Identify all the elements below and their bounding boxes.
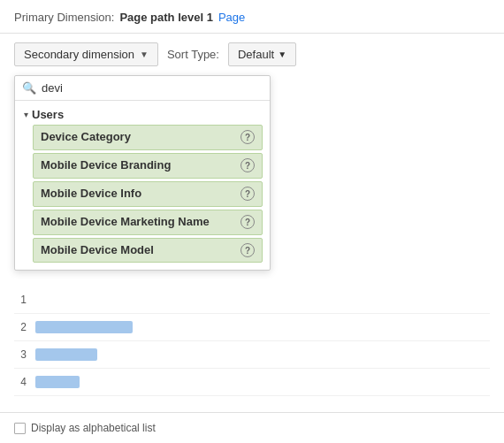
sort-type-value: Default <box>238 48 274 61</box>
primary-dimension-label: Primary Dimension: <box>14 11 114 24</box>
row-number: 3 <box>14 348 27 361</box>
table-row: 1 <box>14 286 490 314</box>
help-icon[interactable]: ? <box>241 215 255 229</box>
row-number: 1 <box>14 294 27 306</box>
help-icon[interactable]: ? <box>241 130 255 144</box>
sort-type-button[interactable]: Default ▼ <box>228 42 296 66</box>
help-icon[interactable]: ? <box>241 158 255 172</box>
menu-item-device-category[interactable]: Device Category ? <box>33 125 263 150</box>
table-row: 3 <box>14 341 490 369</box>
menu-item-label: Mobile Device Marketing Name <box>41 215 241 230</box>
primary-dimension-link[interactable]: Page <box>218 11 245 24</box>
menu-item-mobile-device-branding[interactable]: Mobile Device Branding ? <box>33 153 263 179</box>
sort-type-arrow-icon: ▼ <box>278 50 286 59</box>
menu-items-list: Device Category ? Mobile Device Branding… <box>15 125 270 270</box>
dropdown-panel: 🔍 ▾ Users Device Category ? Mobile Devic… <box>14 75 271 271</box>
table-row: 2 <box>14 314 490 341</box>
search-icon: 🔍 <box>22 81 36 95</box>
alphabetical-list-checkbox[interactable] <box>14 423 26 434</box>
search-input[interactable] <box>42 81 263 95</box>
menu-item-label: Mobile Device Info <box>41 187 241 202</box>
section-collapse-icon[interactable]: ▾ <box>24 110 28 119</box>
sort-type-label: Sort Type: <box>167 48 219 61</box>
secondary-dimension-arrow-icon: ▼ <box>140 50 149 59</box>
help-icon[interactable]: ? <box>241 243 255 257</box>
menu-item-mobile-device-model[interactable]: Mobile Device Model ? <box>33 238 263 264</box>
alphabetical-list-label: Display as alphabetical list <box>31 422 156 434</box>
row-number: 4 <box>14 376 27 388</box>
toolbar: Secondary dimension ▼ Sort Type: Default… <box>0 34 504 75</box>
menu-item-label: Mobile Device Branding <box>41 158 241 173</box>
table-rows: 1 2 3 4 <box>14 286 490 396</box>
footer-bar: Display as alphabetical list <box>0 412 504 443</box>
menu-item-label: Device Category <box>41 130 241 145</box>
row-bar <box>35 348 97 361</box>
menu-item-mobile-device-info[interactable]: Mobile Device Info ? <box>33 181 263 207</box>
table-row: 4 <box>14 369 490 396</box>
row-number: 2 <box>14 321 27 333</box>
primary-dimension-value: Page path level 1 <box>119 11 213 24</box>
row-bar <box>35 376 80 388</box>
alphabetical-list-checkbox-label[interactable]: Display as alphabetical list <box>14 422 156 434</box>
section-title: Users <box>32 108 64 121</box>
table-area: 1 2 3 4 <box>0 278 504 405</box>
menu-item-label: Mobile Device Model <box>41 243 241 258</box>
primary-dimension-bar: Primary Dimension: Page path level 1 Pag… <box>0 0 504 34</box>
secondary-dimension-label: Secondary dimension <box>24 48 134 61</box>
help-icon[interactable]: ? <box>241 187 255 201</box>
row-bar <box>35 321 133 333</box>
users-section-header: ▾ Users <box>15 101 270 125</box>
dropdown-container: 🔍 ▾ Users Device Category ? Mobile Devic… <box>14 75 490 271</box>
secondary-dimension-button[interactable]: Secondary dimension ▼ <box>14 42 158 66</box>
search-box: 🔍 <box>15 76 270 101</box>
menu-item-mobile-device-marketing-name[interactable]: Mobile Device Marketing Name ? <box>33 210 263 235</box>
